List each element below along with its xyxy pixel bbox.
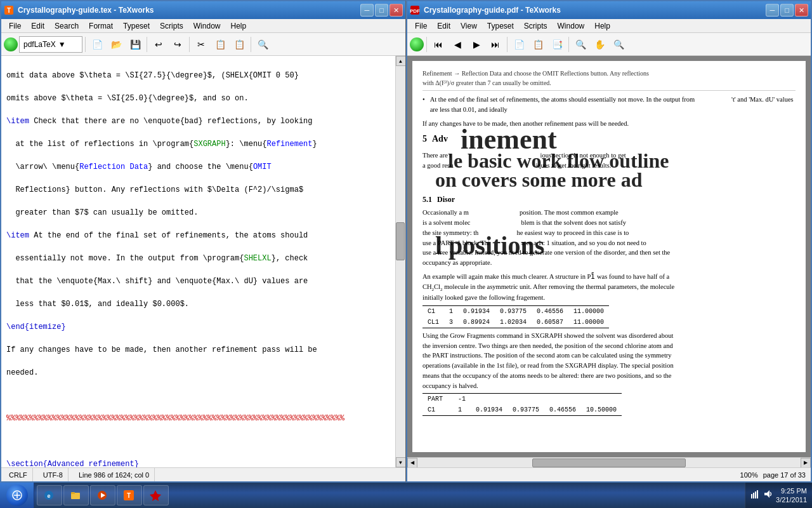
left-menu-bar: File Edit Search Format Typeset Scripts … <box>1 19 405 33</box>
keyword: \item <box>6 117 29 126</box>
code-line: omits above $\theta = \SI{25.0}{\degree}… <box>6 93 390 104</box>
keyword: \section{Advanced refinement} <box>6 460 139 467</box>
redo-button[interactable]: ↪ <box>169 36 187 53</box>
pdf-last-page-button[interactable]: ⏭ <box>487 36 504 53</box>
pdf-menu-window[interactable]: Window <box>553 20 590 32</box>
texworks-icon: T <box>122 489 135 502</box>
taskbar-media[interactable] <box>90 485 115 505</box>
taskbar-texworks[interactable]: T <box>117 485 142 505</box>
media-icon <box>96 489 108 502</box>
pdf-section-area: 5 Adv inement <box>422 132 796 145</box>
pdf-prev-page-button[interactable]: ◀ <box>449 36 466 53</box>
table-row: CL1 3 0.89924 1.02034 0.60587 11.00000 <box>422 317 609 328</box>
menu-edit[interactable]: Edit <box>26 20 49 32</box>
left-title-bar: T Crystallography-guide.tex - TeXworks ─… <box>1 1 405 19</box>
pdf-first-page-button[interactable]: ⏮ <box>429 36 447 53</box>
menu-typeset[interactable]: Typeset <box>118 20 155 32</box>
hscroll-track[interactable] <box>417 458 801 467</box>
pdf-overflow-text2: with Δ(F²)/σ greater than 7 can usually … <box>422 79 551 86</box>
start-orb[interactable] <box>6 485 28 506</box>
scroll-down-button[interactable]: ▼ <box>396 457 406 467</box>
menu-window[interactable]: Window <box>188 20 226 32</box>
code-line: less that $0.01$, and ideally $0.000$. <box>6 298 390 310</box>
pdf-menu-help[interactable]: Help <box>589 20 615 32</box>
code-line: %%%%%%%%%%%%%%%%%%%%%%%%%%%%%%%%%%%%%%%%… <box>6 413 390 424</box>
pdf-menu-scripts[interactable]: Scripts <box>519 20 553 32</box>
code-line: \arrow\ \menu{Reflection Data} and choos… <box>6 161 390 173</box>
menu-search[interactable]: Search <box>49 20 84 32</box>
save-file-button[interactable]: 💾 <box>126 36 144 53</box>
right-close-button[interactable]: ✕ <box>795 4 808 17</box>
right-minimize-button[interactable]: ─ <box>766 4 779 17</box>
tray-network-icon <box>750 489 761 502</box>
svg-text:e: e <box>47 493 50 499</box>
tray-volume-icon <box>763 489 773 502</box>
cut-button[interactable]: ✂ <box>192 36 210 53</box>
menu-format[interactable]: Format <box>84 20 118 32</box>
hscroll-right-button[interactable]: ▶ <box>801 458 811 468</box>
left-toolbar: pdfLaTeX ▼ 📄 📂 💾 ↩ ↪ ✂ 📋 📋 🔍 <box>1 33 405 56</box>
pdf-horizontal-scrollbar[interactable]: ◀ ▶ <box>407 457 811 467</box>
copy-button[interactable]: 📋 <box>211 36 229 53</box>
taskbar-ie[interactable]: e <box>37 485 62 505</box>
table-cell: 1 <box>444 305 458 317</box>
table-cell: 0.91934 <box>471 404 508 416</box>
left-app-icon: T <box>4 5 14 15</box>
dropdown-arrow-icon: ▼ <box>58 40 66 49</box>
pdf-table-1: C1 1 0.91934 0.93775 0.46556 11.00000 CL… <box>422 305 609 328</box>
pdf-content-area[interactable]: Refinement → Reflection Data and choose … <box>407 56 811 457</box>
menu-scripts[interactable]: Scripts <box>155 20 188 32</box>
table-row: C1 1 0.91934 0.93775 0.46556 10.50000 <box>422 404 622 416</box>
table-row: PART -1 <box>422 394 622 405</box>
scroll-up-button[interactable]: ▲ <box>396 56 406 66</box>
table-cell: CL1 <box>422 317 444 328</box>
svg-marker-18 <box>764 490 769 498</box>
pdf-menu-typeset[interactable]: Typeset <box>482 20 519 32</box>
pdf-find-button[interactable]: 🔍 <box>610 36 627 53</box>
menu-help[interactable]: Help <box>225 20 251 32</box>
right-window: PDF Crystallography-guide.pdf - TeXworks… <box>406 0 812 483</box>
pdf-table-2: PART -1 C1 1 0.91934 0.93775 0.46556 10.… <box>422 393 622 416</box>
table-cell: 0.46556 <box>544 404 581 416</box>
pdf-next-page-button[interactable]: ▶ <box>468 36 485 53</box>
code-line: Reflections} button. Any reflections wit… <box>6 184 390 196</box>
left-maximize-button[interactable]: □ <box>375 4 388 17</box>
start-button[interactable] <box>0 483 34 508</box>
pdf-menu-view[interactable]: View <box>455 20 482 32</box>
position-status: Line 986 of 1624; col 0 <box>74 468 155 481</box>
code-line: If any changes have to be made, then ano… <box>6 344 390 356</box>
editor-area[interactable]: omit data above $\theta = \SI{27.5}{\deg… <box>1 56 405 467</box>
pdf-two-page-button[interactable]: 📋 <box>529 36 547 53</box>
table-cell: C1 <box>422 305 444 317</box>
pdf-page-view-button[interactable]: 📄 <box>510 36 528 53</box>
editor-content[interactable]: omit data above $\theta = \SI{27.5}{\deg… <box>1 56 395 467</box>
code-line: \item Check that there are no \enquote{b… <box>6 116 390 127</box>
run-button[interactable] <box>4 37 18 51</box>
left-close-button[interactable]: ✕ <box>390 4 403 17</box>
paste-button[interactable]: 📋 <box>230 36 248 53</box>
find-button[interactable]: 🔍 <box>254 36 272 53</box>
pdf-continuous-button[interactable]: 📑 <box>548 36 566 53</box>
taskbar-explorer[interactable] <box>63 485 89 505</box>
new-file-button[interactable]: 📄 <box>88 36 106 53</box>
pdf-zoom-button[interactable]: 🔍 <box>572 36 589 53</box>
open-file-button[interactable]: 📂 <box>107 36 125 53</box>
undo-button[interactable]: ↩ <box>150 36 167 53</box>
scroll-track[interactable] <box>396 66 405 457</box>
pdf-menu-edit[interactable]: Edit <box>432 20 455 32</box>
scroll-thumb[interactable] <box>396 222 405 260</box>
typeset-dropdown[interactable]: pdfLaTeX ▼ <box>19 36 82 53</box>
pdf-hand-button[interactable]: ✋ <box>591 36 608 53</box>
left-minimize-button[interactable]: ─ <box>360 4 374 17</box>
code-line <box>6 390 390 401</box>
editor-vertical-scrollbar[interactable]: ▲ ▼ <box>395 56 405 467</box>
pdf-toolbar-sep3 <box>568 37 569 52</box>
hscroll-thumb[interactable] <box>532 458 686 467</box>
pdf-run-button[interactable] <box>410 37 424 51</box>
hscroll-left-button[interactable]: ◀ <box>407 458 417 468</box>
menu-file[interactable]: File <box>4 20 26 32</box>
taskbar-maple[interactable] <box>143 485 169 505</box>
pdf-status-bar: 100% page 17 of 33 <box>407 467 811 481</box>
right-maximize-button[interactable]: □ <box>780 4 794 17</box>
pdf-menu-file[interactable]: File <box>410 20 432 32</box>
